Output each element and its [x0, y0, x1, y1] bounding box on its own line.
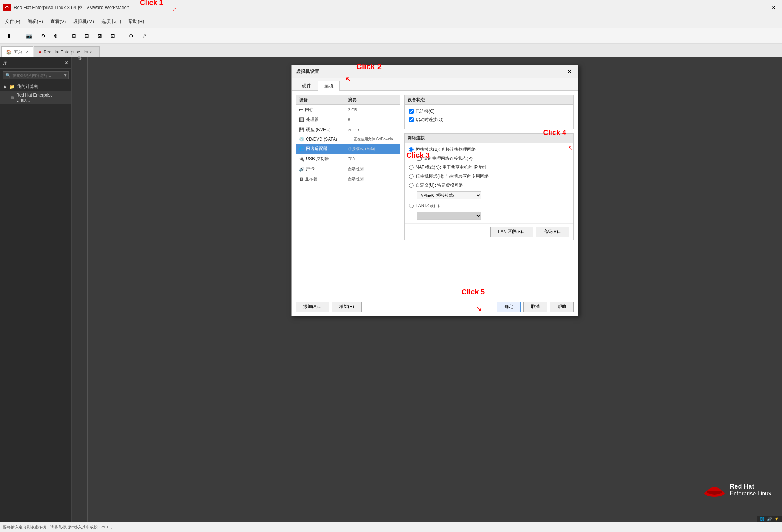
toolbar-full-btn[interactable]: ⊟	[82, 30, 92, 42]
dialog-tabs: 硬件 选项	[292, 78, 578, 91]
search-input[interactable]	[12, 73, 62, 78]
cd-icon: 💿	[299, 137, 304, 142]
help-button[interactable]: 帮助	[550, 302, 574, 312]
window-title: Red Hat Enterprise Linux 8 64 位 - VMware…	[14, 4, 744, 11]
status-text: 要将输入定向到该虚拟机，请将鼠标指针移入其中或按 Ctrl+G。	[3, 524, 114, 530]
lan-select[interactable]	[417, 212, 481, 220]
maximize-button[interactable]: □	[756, 3, 767, 12]
toolbar-snapshot-btn[interactable]: 📷	[23, 30, 35, 42]
dropdown-icon[interactable]: ▼	[63, 73, 68, 78]
toolbar-normal-btn[interactable]: ⊞	[69, 30, 79, 42]
custom-radio[interactable]	[409, 183, 414, 188]
vm-tab-icon: ●	[39, 50, 41, 55]
lan-segment-btn[interactable]: LAN 区段(S)...	[490, 227, 533, 237]
toolbar-clone-btn[interactable]: ⊕	[50, 30, 61, 42]
cpu-label: 处理器	[306, 117, 319, 123]
advanced-btn[interactable]: 高级(V)...	[536, 227, 569, 237]
network-section: 网络连接 Click 4 ↖ 桥接模式(B): 直接连接物理网络	[404, 133, 574, 240]
disk-summary: 20 GB	[348, 128, 397, 132]
tab-vm-label: Red Hat Enterprise Linux...	[43, 50, 95, 55]
device-memory[interactable]: 🗃 内存 2 GB	[296, 105, 400, 115]
dialog-close-button[interactable]: ✕	[565, 68, 574, 75]
toolbar-pause-btn[interactable]: ⏸	[3, 30, 15, 42]
connected-row: 已连接(C)	[409, 108, 569, 115]
folder-icon: 📁	[9, 84, 15, 89]
menu-tab[interactable]: 选项卡(T)	[98, 17, 125, 26]
custom-row: 自定义(U): 特定虚拟网络	[409, 182, 569, 188]
bottom-status-icons: 🌐 🔊 ⚡	[757, 516, 782, 522]
tab-home-label: 主页	[14, 49, 22, 55]
menu-view[interactable]: 查看(V)	[47, 17, 69, 26]
menu-vm[interactable]: 虚拟机(M)	[69, 17, 98, 26]
device-status-body: 已连接(C) 启动时连接(Q)	[405, 105, 573, 129]
add-button[interactable]: 添加(A)...	[296, 302, 329, 312]
col-device-header: 设备	[299, 97, 348, 103]
device-network[interactable]: 🌐 网络适配器 桥接模式 (自动)	[296, 144, 400, 154]
sidebar-close-btn[interactable]: ✕	[64, 60, 69, 66]
connect-on-start-checkbox[interactable]	[409, 117, 414, 122]
menu-edit[interactable]: 编辑(E)	[24, 17, 47, 26]
replicate-row: 复制物理网络连接状态(P)	[417, 155, 569, 162]
toolbar-expand-btn[interactable]: ⤢	[139, 30, 150, 42]
cpu-summary: 8	[348, 118, 397, 122]
activity-bar: 活动	[72, 57, 88, 522]
custom-label: 自定义(U): 特定虚拟网络	[416, 182, 463, 188]
display-summary: 自动检测	[348, 176, 397, 182]
device-usb[interactable]: 🔌 USB 控制器 存在	[296, 154, 400, 164]
device-cddvd[interactable]: 💿 CD/DVD (SATA) 正在使用文件 G:\Download\rh...…	[296, 135, 400, 144]
lan-radio[interactable]	[409, 204, 414, 208]
dialog-tab-options[interactable]: 选项	[318, 81, 340, 91]
dialog-tab-hardware[interactable]: 硬件	[296, 81, 317, 90]
tab-vm[interactable]: ● Red Hat Enterprise Linux...	[34, 46, 100, 57]
vmnet-select[interactable]: VMnet0 (桥接模式)	[417, 191, 481, 199]
toolbar-settings-btn[interactable]: ⚙	[126, 30, 137, 42]
toolbar-view-btn[interactable]: ⊡	[107, 30, 118, 42]
footer-left: 添加(A)... 移除(R)	[296, 302, 362, 312]
display-icon: 🖥	[299, 177, 303, 182]
toolbar-restore-btn[interactable]: ⟲	[37, 30, 48, 42]
title-bar: Red Hat Enterprise Linux 8 64 位 - VMware…	[0, 0, 782, 15]
footer-right: 确定 取消 帮助	[497, 302, 574, 312]
network-summary: 桥接模式 (自动)	[348, 146, 397, 151]
remove-button[interactable]: 移除(R)	[332, 302, 362, 312]
replicate-checkbox[interactable]	[417, 156, 422, 161]
usb-icon: 🔌	[299, 157, 304, 162]
close-button[interactable]: ✕	[768, 3, 779, 12]
disk-icon: 💾	[299, 127, 304, 132]
toolbar: ⏸ 📷 ⟲ ⊕ ⊞ ⊟ ⊠ ⊡ ⚙ ⤢	[0, 28, 782, 44]
nat-radio[interactable]	[409, 165, 414, 170]
connected-checkbox[interactable]	[409, 109, 414, 114]
tab-home-close[interactable]: ✕	[26, 50, 29, 54]
device-disk[interactable]: 💾 硬盘 (NVMe) 20 GB	[296, 125, 400, 135]
device-cpu[interactable]: 🔲 处理器 8	[296, 115, 400, 125]
device-status-title: 设备状态	[405, 95, 573, 105]
cancel-button[interactable]: 取消	[523, 302, 547, 312]
redhat-text: Red Hat Enterprise Linux	[730, 483, 771, 497]
device-list: 设备 摘要 🗃 内存 2 GB	[296, 95, 400, 293]
tab-home[interactable]: 🏠 主页 ✕	[1, 46, 33, 57]
lan-label: LAN 区段(L):	[416, 203, 441, 209]
vm-icon: 🖥	[10, 95, 14, 100]
app-logo	[3, 4, 11, 11]
device-status-section: 设备状态 已连接(C) 启动时连接(Q)	[404, 95, 574, 129]
sidebar-search: 🔍 ▼	[3, 71, 69, 79]
host-only-radio[interactable]	[409, 174, 414, 179]
right-panel: 设备状态 已连接(C) 启动时连接(Q)	[404, 95, 574, 293]
menu-bar: 文件(F) 编辑(E) 查看(V) 虚拟机(M) 选项卡(T) 帮助(H)	[0, 15, 782, 28]
bridge-radio[interactable]	[409, 147, 414, 152]
menu-help[interactable]: 帮助(H)	[125, 17, 148, 26]
toolbar-unity-btn[interactable]: ⊠	[94, 30, 105, 42]
ok-button[interactable]: 确定	[497, 302, 521, 312]
redhat-logo-area: Red Hat Enterprise Linux	[704, 479, 771, 500]
menu-file[interactable]: 文件(F)	[1, 17, 24, 26]
device-audio[interactable]: 🔊 声卡 自动检测	[296, 164, 400, 174]
usb-label: USB 控制器	[306, 156, 329, 162]
device-display[interactable]: 🖥 显示器 自动检测	[296, 174, 400, 184]
sidebar-my-computer[interactable]: ▶ 📁 我的计算机	[0, 82, 71, 91]
lan-row: LAN 区段(L):	[409, 203, 569, 209]
power-status-icon: ⚡	[774, 517, 779, 521]
minimize-button[interactable]: ─	[744, 3, 755, 12]
sidebar-vm-item[interactable]: 🖥 Red Hat Enterprise Linux...	[0, 91, 71, 104]
toolbar-sep-3	[122, 32, 122, 40]
nat-label: NAT 模式(N): 用于共享主机的 IP 地址	[416, 164, 487, 171]
